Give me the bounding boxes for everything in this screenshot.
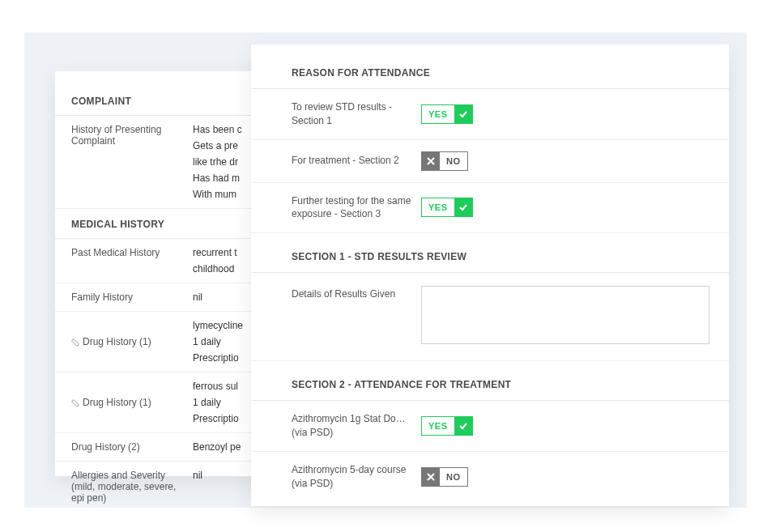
reason-section-title: REASON FOR ATTENDANCE xyxy=(251,59,729,89)
family-history-label: Family History xyxy=(71,292,193,303)
reason-q3-label: Further testing for the same exposure - … xyxy=(292,194,421,222)
drug-history-1-label: Drug History (1) xyxy=(71,320,193,364)
toggle-yes-label: YES xyxy=(422,202,454,212)
reason-q2-row: For treatment - Section 2 NO xyxy=(251,140,729,183)
check-icon xyxy=(454,105,472,123)
reason-q3-toggle[interactable]: YES xyxy=(421,198,473,217)
section1-title: SECTION 1 - STD RESULTS REVIEW xyxy=(251,233,729,273)
reason-q3-row: Further testing for the same exposure - … xyxy=(251,183,729,234)
s2-q1-toggle[interactable]: YES xyxy=(421,416,473,436)
drug-history-1b-label: Drug History (1) xyxy=(71,381,193,424)
allergies-label: Allergies and Severity (mild, moderate, … xyxy=(71,470,193,504)
x-icon xyxy=(422,152,440,170)
toggle-no-label: NO xyxy=(440,472,467,482)
complaint-history-label: History of Presenting Complaint xyxy=(71,124,193,200)
reason-q1-row: To review STD results - Section 1 YES xyxy=(251,89,729,140)
toggle-no-label: NO xyxy=(440,156,467,166)
s2-q2-toggle[interactable]: NO xyxy=(421,467,468,487)
s2-q1-label: Azithromycin 1g Stat Do… (via PSD) xyxy=(292,412,421,440)
reason-q1-label: To review STD results - Section 1 xyxy=(292,100,421,128)
toggle-yes-label: YES xyxy=(422,421,454,431)
check-icon xyxy=(454,198,472,216)
reason-q1-toggle[interactable]: YES xyxy=(421,104,473,124)
details-row: Details of Results Given xyxy=(251,273,729,360)
toggle-yes-label: YES xyxy=(422,109,454,119)
right-panel: REASON FOR ATTENDANCE To review STD resu… xyxy=(251,45,729,506)
reason-q2-toggle[interactable]: NO xyxy=(421,151,468,171)
s2-q1-row: Azithromycin 1g Stat Do… (via PSD) YES xyxy=(251,401,729,452)
details-label: Details of Results Given xyxy=(292,286,421,344)
s2-q2-label: Azithromycin 5-day course (via PSD) xyxy=(292,463,421,491)
check-icon xyxy=(454,417,472,435)
s2-q2-row: Azithromycin 5-day course (via PSD) NO xyxy=(251,452,729,502)
drug-history-2-label: Drug History (2) xyxy=(71,441,193,453)
x-icon xyxy=(422,468,440,486)
reason-q2-label: For treatment - Section 2 xyxy=(292,154,421,168)
section2-title: SECTION 2 - ATTENDANCE FOR TREATMENT xyxy=(251,360,729,401)
pmh-label: Past Medical History xyxy=(71,247,193,275)
pill-icon xyxy=(71,338,79,346)
pill-icon xyxy=(71,398,79,406)
details-textarea[interactable] xyxy=(421,286,709,344)
